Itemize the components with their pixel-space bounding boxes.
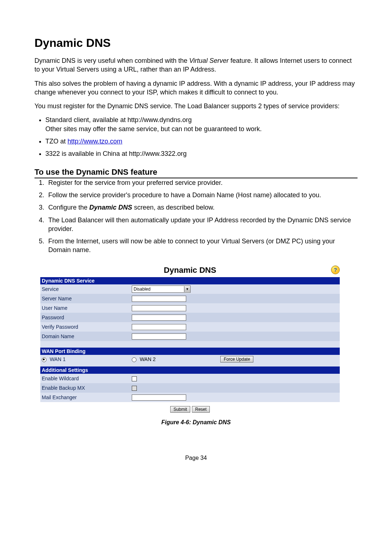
row-password: Password (40, 313, 340, 322)
user-name-input[interactable] (132, 305, 186, 311)
label-user-name: User Name (40, 303, 130, 313)
label-domain-name: Domain Name (40, 332, 130, 341)
step3-a: Configure the (48, 204, 89, 211)
chevron-down-icon: ▼ (184, 286, 190, 292)
label-server-name: Server Name (40, 294, 130, 303)
step-3: Configure the Dynamic DNS screen, as des… (46, 203, 358, 212)
config-table: Dynamic DNS Service Service Disabled ▼ S… (40, 277, 340, 402)
config-panel: Dynamic DNS ? Dynamic DNS Service Servic… (40, 266, 340, 414)
row-enable-wildcard: Enable Wildcard (40, 374, 340, 383)
row-domain-name: Domain Name (40, 332, 340, 341)
section-wan-binding: WAN Port Binding (40, 348, 340, 355)
figure-caption: Figure 4-6: Dynamic DNS (34, 419, 358, 426)
bullet-3322: 3322 is available in China at http://www… (45, 149, 358, 158)
row-service: Service Disabled ▼ (40, 284, 340, 294)
bullet1-line2: Other sites may offer the same service, … (45, 125, 262, 133)
server-name-input[interactable] (132, 296, 186, 302)
bullet-tzo: TZO at http://www.tzo.com (45, 137, 358, 146)
step-2: Follow the service provider's procedure … (46, 191, 358, 199)
row-wan-binding: WAN 1 WAN 2 Force Update (40, 355, 340, 364)
para1-italic: Virtual Server (189, 57, 229, 64)
tzo-link[interactable]: http://www.tzo.com (68, 138, 122, 145)
enable-wildcard-checkbox[interactable] (132, 376, 137, 381)
step-1: Register for the service from your prefe… (46, 178, 358, 187)
help-icon[interactable]: ? (331, 266, 340, 274)
verify-password-input[interactable] (132, 324, 186, 330)
step-5: From the Internet, users will now be abl… (46, 237, 358, 255)
label-service: Service (40, 284, 130, 294)
label-enable-wildcard: Enable Wildcard (40, 374, 130, 383)
row-server-name: Server Name (40, 294, 340, 303)
step-4: The Load Balancer will then automaticall… (46, 216, 358, 234)
force-update-button[interactable]: Force Update (220, 356, 253, 362)
service-select-value: Disabled (132, 287, 184, 292)
intro-paragraph-2: This also solves the problem of having a… (34, 79, 358, 97)
label-wan2: WAN 2 (140, 356, 156, 362)
section-additional: Additional Settings (40, 366, 340, 374)
section-ddns-service-label: Dynamic DNS Service (40, 277, 340, 284)
step3-b: screen, as described below. (132, 204, 215, 211)
steps-list: Register for the service from your prefe… (34, 178, 358, 255)
form-buttons: Submit Reset (40, 402, 340, 414)
para1-a: Dynamic DNS is very useful when combined… (34, 57, 189, 64)
section-additional-label: Additional Settings (40, 366, 340, 374)
label-password: Password (40, 313, 130, 322)
wan1-radio[interactable] (42, 357, 46, 362)
intro-paragraph-3: You must register for the Dynamic DNS se… (34, 102, 358, 110)
submit-button[interactable]: Submit (170, 406, 190, 413)
row-enable-backup-mx: Enable Backup MX (40, 383, 340, 393)
reset-button[interactable]: Reset (192, 406, 210, 413)
step3-bold: Dynamic DNS (89, 204, 132, 211)
row-mail-exchanger: Mail Exchanger (40, 393, 340, 402)
password-input[interactable] (132, 315, 186, 321)
subheading: To use the Dynamic DNS feature (34, 167, 358, 178)
label-verify-password: Verify Password (40, 322, 130, 332)
bullet2-prefix: TZO at (45, 138, 68, 145)
intro-paragraph-1: Dynamic DNS is very useful when combined… (34, 56, 358, 74)
domain-name-input[interactable] (132, 333, 186, 340)
mail-exchanger-input[interactable] (132, 394, 186, 401)
row-verify-password: Verify Password (40, 322, 340, 332)
label-enable-backup-mx: Enable Backup MX (40, 383, 130, 393)
service-select[interactable]: Disabled ▼ (132, 285, 191, 293)
bullet-dyndns: Standard client, available at http://www… (45, 116, 358, 133)
section-wan-binding-label: WAN Port Binding (40, 348, 340, 355)
page-title: Dynamic DNS (34, 36, 358, 50)
label-mail-exchanger: Mail Exchanger (40, 393, 130, 402)
bullet1-line1: Standard client, available at http://www… (45, 116, 192, 123)
enable-backup-mx-checkbox[interactable] (132, 386, 137, 391)
label-wan1: WAN 1 (50, 356, 66, 362)
row-user-name: User Name (40, 303, 340, 313)
section-ddns-service: Dynamic DNS Service (40, 277, 340, 284)
wan2-radio[interactable] (132, 357, 136, 362)
page-number: Page 34 (34, 455, 358, 461)
provider-bullets: Standard client, available at http://www… (34, 116, 358, 158)
panel-title: Dynamic DNS (164, 266, 216, 275)
